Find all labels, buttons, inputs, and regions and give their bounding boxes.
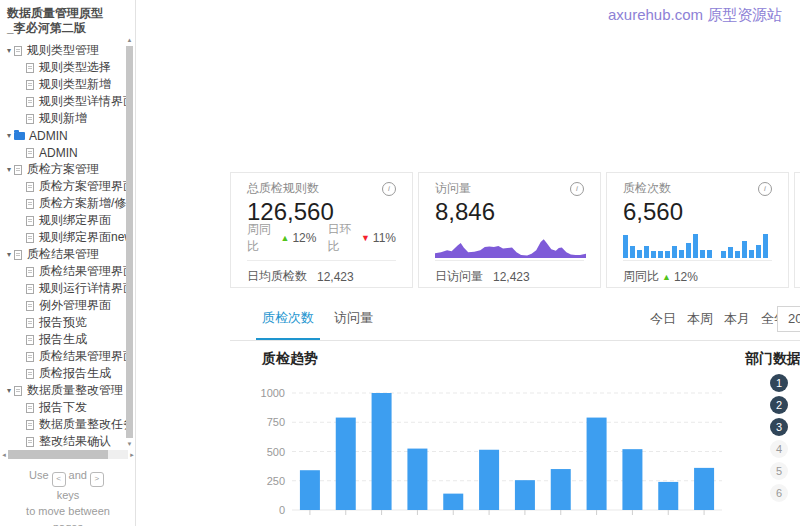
tree-item[interactable]: 规则类型选择 <box>0 59 128 76</box>
tree-item[interactable]: 整改结果确认 <box>0 433 128 450</box>
sidebar-horizontal-scrollbar[interactable]: ◂ ▸ <box>0 449 136 460</box>
scroll-left-icon[interactable]: ◂ <box>0 451 8 459</box>
info-icon[interactable]: i <box>570 182 584 196</box>
hint-text: pages <box>53 521 83 526</box>
mini-bar <box>728 247 733 258</box>
vertical-scroll-thumb[interactable] <box>126 46 133 438</box>
tree-item[interactable]: 规则类型新增 <box>0 76 128 93</box>
mini-bar <box>721 251 726 258</box>
page-icon <box>26 437 34 447</box>
tree-item[interactable]: ▾ADMIN <box>0 127 128 144</box>
card-value: 6,560 <box>623 197 772 227</box>
page-icon <box>26 63 34 73</box>
tree-item[interactable]: 质检结果管理界面new <box>0 348 128 365</box>
caret-down-icon[interactable]: ▾ <box>4 165 14 174</box>
tab-check-count[interactable]: 质检次数 <box>256 298 320 340</box>
up-triangle-icon: ▲ <box>280 233 289 243</box>
card-title: 总质检规则数 <box>247 180 319 197</box>
y-axis-tick-label: 500 <box>267 446 285 458</box>
trend-value: 11% <box>373 231 396 245</box>
tree-item[interactable]: 质检结果管理界面 <box>0 263 128 280</box>
chart-bar <box>336 418 356 510</box>
mini-bar <box>700 250 705 258</box>
folder-icon <box>14 132 25 140</box>
trend-row: 周同比 ▲ 12% 日环比 ▼ 11% <box>247 221 396 255</box>
filter-today[interactable]: 今日 <box>650 310 676 328</box>
caret-down-icon[interactable]: ▾ <box>4 386 14 395</box>
tree-item-label: 例外管理界面 <box>39 297 111 314</box>
mini-bar <box>672 246 677 258</box>
tree-item-label: 数据质量整改管理 <box>27 382 123 399</box>
tab-bar: 质检次数 访问量 今日 本周 本月 全年 201 <box>230 298 800 341</box>
chart-bar <box>300 470 320 510</box>
tree-item[interactable]: 规则绑定界面new <box>0 229 128 246</box>
tree-item-label: 质检结果管理界面 <box>39 263 128 280</box>
tree-item[interactable]: 报告预览 <box>0 314 128 331</box>
tree-item-label: 数据质量整改任务创建 <box>39 416 128 433</box>
right-arrow-key-icon: > <box>90 472 104 487</box>
tree-item[interactable]: 规则运行详情界面 <box>0 280 128 297</box>
tree-item[interactable]: ▾质检结果管理 <box>0 246 128 263</box>
caret-down-icon[interactable]: ▾ <box>4 250 14 259</box>
stat-card-total-rules: 总质检规则数 i 126,560 周同比 ▲ 12% 日环比 ▼ 11% 日均质… <box>230 172 413 288</box>
tree-item[interactable]: ▾质检方案管理 <box>0 161 128 178</box>
tree-item-label: 质检方案新增/修改弹框 <box>39 195 128 212</box>
page-icon <box>14 386 22 396</box>
horizontal-scroll-track[interactable] <box>8 450 128 459</box>
tree-item-label: 质检报告生成 <box>39 365 111 382</box>
tree-item[interactable]: 例外管理界面 <box>0 297 128 314</box>
card-value: 8,846 <box>435 197 584 227</box>
info-icon[interactable]: i <box>382 182 396 196</box>
filter-week[interactable]: 本周 <box>687 310 713 328</box>
tree-item[interactable]: 报告生成 <box>0 331 128 348</box>
chart-bar <box>515 480 535 510</box>
scroll-up-icon[interactable]: ▲ <box>125 36 134 44</box>
caret-down-icon[interactable]: ▾ <box>4 131 14 140</box>
chart-bar <box>443 494 463 510</box>
tree-item[interactable]: 规则类型详情界面 <box>0 93 128 110</box>
mini-bar <box>623 235 628 258</box>
tab-visits[interactable]: 访问量 <box>328 298 379 340</box>
tree-item[interactable]: ▾数据质量整改管理 <box>0 382 128 399</box>
page-icon <box>26 318 34 328</box>
tree-item-label: 报告预览 <box>39 314 87 331</box>
chart-bar <box>622 449 642 510</box>
trend-label: 日环比 <box>327 221 357 255</box>
tree-item[interactable]: ▾规则类型管理 <box>0 42 128 59</box>
tree-item-label: ADMIN <box>29 129 68 143</box>
tree-item[interactable]: ADMIN <box>0 144 128 161</box>
chart-title: 质检趋势 <box>262 350 318 368</box>
hint-text: Use <box>29 469 49 481</box>
page-icon <box>26 420 34 430</box>
tree-item[interactable]: 质检报告生成 <box>0 365 128 382</box>
info-icon[interactable]: i <box>758 182 772 196</box>
tree-item[interactable]: 规则绑定界面 <box>0 212 128 229</box>
filter-month[interactable]: 本月 <box>724 310 750 328</box>
mini-bar <box>735 251 740 258</box>
axurehub-site-link[interactable]: axurehub.com 原型资源站 <box>608 6 782 25</box>
trend-panel: 质检次数 访问量 今日 本周 本月 全年 201 质检趋势 部门数据 12345… <box>230 298 800 526</box>
tree-item[interactable]: 规则新增 <box>0 110 128 127</box>
tree-item[interactable]: 质检方案管理界面 <box>0 178 128 195</box>
mini-bar <box>742 241 747 258</box>
chart-bar <box>407 449 427 510</box>
tree-item[interactable]: 报告下发 <box>0 399 128 416</box>
page-icon <box>26 148 34 158</box>
scroll-down-icon[interactable]: ▼ <box>125 440 134 448</box>
scroll-right-icon[interactable]: ▸ <box>128 451 136 459</box>
caret-down-icon[interactable]: ▾ <box>4 46 14 55</box>
sidebar-vertical-scrollbar[interactable]: ▲ ▼ <box>125 36 134 448</box>
mini-bar <box>665 251 670 258</box>
stat-card-clipped <box>794 172 800 288</box>
hint-text: to move between <box>26 505 110 517</box>
tree-item-label: 规则类型新增 <box>39 76 111 93</box>
tree-item[interactable]: 数据质量整改任务创建 <box>0 416 128 433</box>
horizontal-scroll-thumb[interactable] <box>8 450 108 459</box>
page-icon <box>26 369 34 379</box>
tree-item-label: 质检方案管理 <box>27 161 99 178</box>
date-range-input[interactable]: 201 <box>777 306 800 332</box>
tree-item[interactable]: 质检方案新增/修改弹框 <box>0 195 128 212</box>
page-icon <box>14 250 22 260</box>
period-filter-group: 今日 本周 本月 全年 <box>650 298 787 340</box>
y-axis-tick-label: 250 <box>267 475 285 487</box>
